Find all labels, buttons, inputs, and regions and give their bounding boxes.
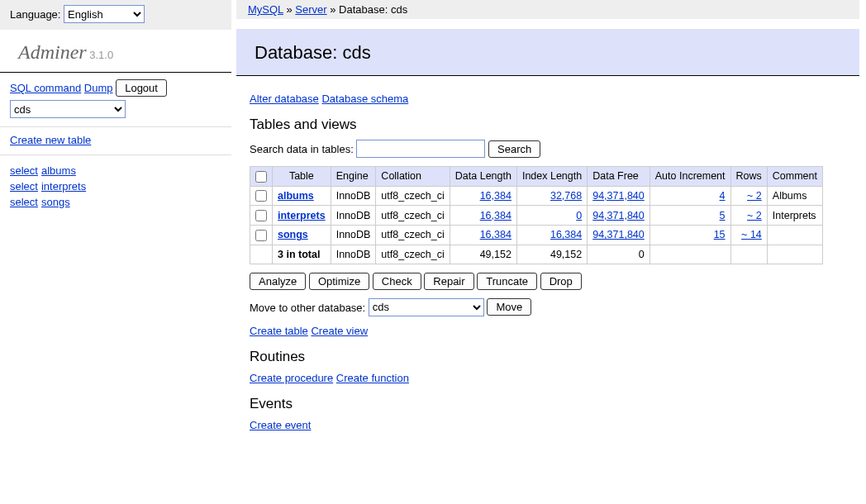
cell-data-free[interactable]: 94,371,840 (592, 190, 645, 202)
table-row: albumsInnoDButf8_czech_ci16,38432,76894,… (250, 186, 823, 206)
cell-collation: utf8_czech_ci (376, 186, 450, 206)
sql-command-link[interactable]: SQL command (10, 82, 81, 94)
total-data-length: 49,152 (450, 245, 516, 264)
cell-data-length[interactable]: 16,384 (480, 229, 512, 240)
create-event-link[interactable]: Create event (250, 419, 311, 431)
breadcrumb-driver[interactable]: MySQL (248, 3, 283, 16)
search-input[interactable] (356, 140, 485, 158)
language-select[interactable]: English (64, 5, 145, 23)
col-collation: Collation (376, 167, 450, 187)
col-data-length: Data Length (450, 167, 516, 187)
table-name-link[interactable]: songs (278, 229, 308, 240)
sidebar-select-link[interactable]: select (10, 196, 38, 208)
cell-collation: utf8_czech_ci (376, 226, 450, 245)
sidebar-select-link[interactable]: select (10, 164, 38, 177)
cell-auto-increment[interactable]: 15 (714, 229, 726, 240)
sidebar-table-item: selectsongs (10, 195, 221, 211)
col-data-free: Data Free (588, 167, 650, 187)
breadcrumb: MySQL » Server » Database: cds (236, 0, 859, 19)
create-procedure-link[interactable]: Create procedure (250, 372, 333, 384)
table-total-row: 3 in totalInnoDButf8_czech_ci49,15249,15… (250, 245, 823, 264)
col-comment: Comment (767, 167, 822, 187)
sidebar-table-link[interactable]: songs (41, 196, 70, 208)
breadcrumb-server[interactable]: Server (295, 3, 326, 16)
cell-data-length[interactable]: 16,384 (480, 190, 512, 202)
database-select[interactable]: cds (10, 100, 126, 118)
total-label: 3 in total (273, 245, 331, 264)
tables-views-heading: Tables and views (250, 116, 858, 133)
sidebar-table-list: selectalbumsselectinterpretsselectsongs (10, 164, 221, 211)
app-name: Adminer (18, 41, 87, 63)
move-label: Move to other database: (250, 301, 365, 313)
cell-engine: InnoDB (331, 186, 376, 206)
cell-data-length[interactable]: 16,384 (480, 210, 512, 221)
row-checkbox[interactable] (255, 190, 267, 202)
col-index-length: Index Length (516, 167, 587, 187)
move-button[interactable]: Move (487, 298, 531, 316)
table-row: interpretsInnoDButf8_czech_ci16,384094,3… (250, 206, 823, 226)
cell-index-length[interactable]: 0 (576, 210, 582, 221)
table-name-link[interactable]: albums (278, 190, 314, 202)
col-rows: Rows (730, 167, 767, 187)
row-checkbox[interactable] (255, 210, 267, 221)
cell-data-free[interactable]: 94,371,840 (592, 210, 645, 221)
cell-comment: Albums (767, 186, 822, 206)
total-index-length: 49,152 (516, 245, 587, 264)
create-function-link[interactable]: Create function (336, 372, 409, 384)
database-schema-link[interactable]: Database schema (321, 93, 408, 105)
cell-comment (767, 226, 822, 245)
create-view-link[interactable]: Create view (311, 325, 368, 337)
cell-rows[interactable]: ~ 2 (747, 190, 762, 202)
sidebar-table-item: selectinterprets (10, 179, 221, 195)
col-engine: Engine (331, 167, 376, 187)
tables-grid: Table Engine Collation Data Length Index… (250, 166, 823, 264)
app-version: 3.1.0 (89, 49, 113, 61)
row-checkbox[interactable] (255, 230, 267, 241)
sidebar-table-item: selectalbums (10, 164, 221, 179)
cell-auto-increment[interactable]: 4 (720, 190, 726, 202)
total-engine: InnoDB (331, 245, 376, 264)
truncate-button[interactable]: Truncate (477, 273, 537, 290)
sidebar-table-link[interactable]: interprets (41, 180, 86, 193)
total-collation: utf8_czech_ci (376, 245, 450, 264)
cell-data-free[interactable]: 94,371,840 (592, 229, 645, 240)
app-logo: Adminer 3.1.0 (0, 30, 231, 73)
cell-rows[interactable]: ~ 2 (747, 210, 762, 221)
events-heading: Events (250, 396, 858, 412)
table-row: songsInnoDButf8_czech_ci16,38416,38494,3… (250, 226, 823, 245)
table-name-link[interactable]: interprets (278, 210, 326, 221)
total-data-free: 0 (588, 245, 650, 264)
cell-engine: InnoDB (331, 206, 376, 226)
logout-button[interactable]: Logout (116, 79, 167, 97)
language-label: Language: (10, 8, 60, 21)
optimize-button[interactable]: Optimize (309, 273, 369, 290)
sidebar-select-link[interactable]: select (10, 180, 38, 193)
cell-collation: utf8_czech_ci (376, 206, 450, 226)
create-table-link[interactable]: Create table (250, 325, 308, 337)
routines-heading: Routines (250, 349, 858, 365)
repair-button[interactable]: Repair (424, 273, 473, 290)
col-auto-increment: Auto Increment (650, 167, 730, 187)
dump-link[interactable]: Dump (84, 82, 113, 94)
cell-comment: Interprets (767, 206, 822, 226)
move-database-select[interactable]: cds (369, 298, 484, 316)
alter-database-link[interactable]: Alter database (250, 93, 319, 105)
cell-index-length[interactable]: 32,768 (550, 190, 582, 202)
check-button[interactable]: Check (373, 273, 421, 290)
page-title: Database: cds (236, 29, 859, 76)
select-all-checkbox[interactable] (255, 171, 267, 183)
search-button[interactable]: Search (488, 140, 540, 158)
breadcrumb-db: Database: cds (339, 3, 407, 16)
analyze-button[interactable]: Analyze (250, 273, 306, 290)
cell-rows[interactable]: ~ 14 (741, 229, 762, 240)
sidebar-table-link[interactable]: albums (41, 164, 76, 177)
cell-index-length[interactable]: 16,384 (550, 229, 582, 240)
search-label: Search data in tables: (250, 143, 354, 155)
cell-engine: InnoDB (331, 226, 376, 245)
create-new-table-link[interactable]: Create new table (10, 134, 91, 146)
cell-auto-increment[interactable]: 5 (720, 210, 726, 221)
col-table: Table (273, 167, 331, 187)
drop-button[interactable]: Drop (540, 273, 582, 290)
